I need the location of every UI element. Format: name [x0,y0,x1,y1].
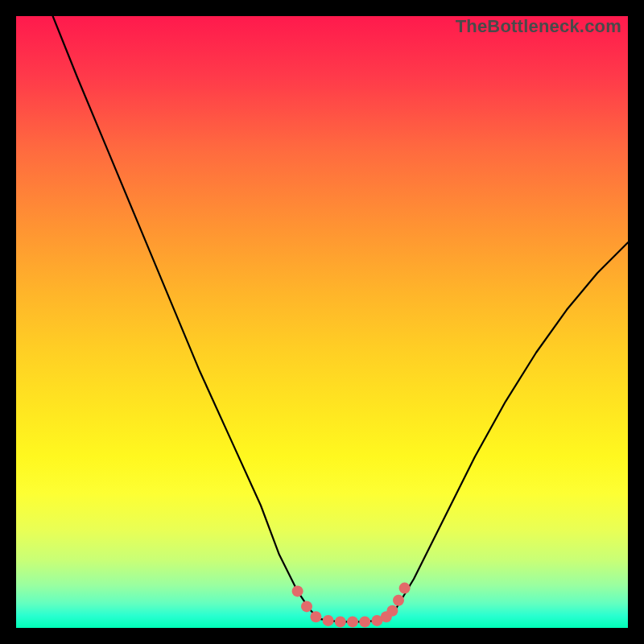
data-marker [386,605,398,617]
data-marker [323,615,334,626]
data-marker [335,616,346,627]
chart-frame: TheBottleneck.com [0,0,644,644]
plot-area: TheBottleneck.com [16,16,628,628]
data-marker [359,616,370,627]
data-marker [399,583,411,594]
watermark-text: TheBottleneck.com [456,16,621,37]
data-marker [347,616,358,627]
curve-overlay [16,16,628,628]
data-marker [310,611,321,622]
data-marker [393,595,404,606]
data-marker [301,601,312,612]
bottleneck-curve [53,16,628,621]
data-marker [292,585,303,597]
